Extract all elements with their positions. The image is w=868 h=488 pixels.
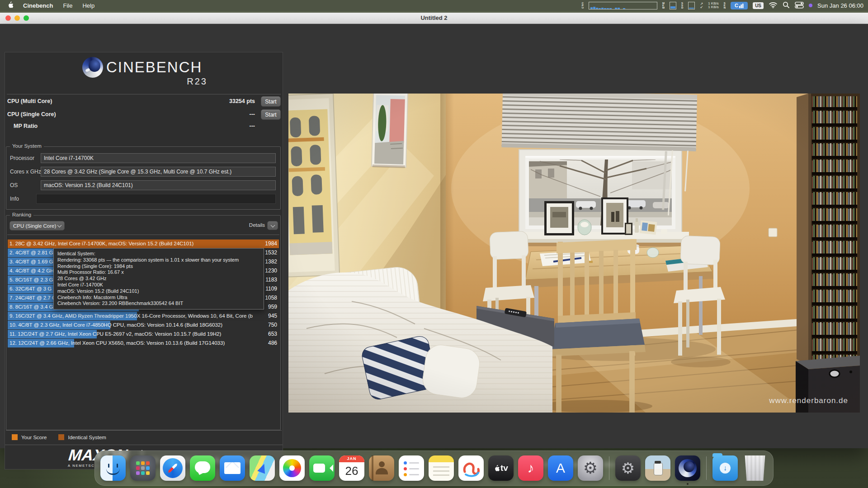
os-field[interactable]: macOS: Version 15.2 (Build 24C101) (41, 180, 276, 190)
ranking-row-label: 3. 4C/8T @ 1.69 G (9, 258, 253, 266)
your-score-label: Your Score (21, 435, 47, 440)
dock-launchpad-icon[interactable] (130, 455, 156, 481)
ranking-row-score: 959 (268, 303, 277, 311)
ranking-row[interactable]: 10. 4C/8T @ 2.3 GHz, Intel Core i7-4850H… (8, 321, 279, 329)
window-titlebar[interactable]: Untitled 2 (0, 13, 868, 24)
ranking-row-score: 750 (268, 321, 277, 329)
network-speed[interactable]: 1 KB/s1 KB/s (708, 2, 719, 9)
chevron-down-icon (270, 223, 275, 227)
ranking-group: Ranking CPU (Single Core) Details 1. 28C… (6, 215, 281, 430)
dock-render-app-icon[interactable] (645, 455, 670, 481)
menu-app-name[interactable]: Cinebench (23, 2, 53, 9)
dock-cinebench-icon[interactable] (675, 455, 700, 481)
dock-facetime-icon[interactable] (309, 455, 335, 481)
start-button-singlecore[interactable]: Start (261, 109, 281, 120)
cinema4d-logo-icon (82, 57, 103, 78)
dock: JAN26 tv ↓ (94, 450, 774, 486)
input-source-badge[interactable]: US (753, 2, 764, 9)
processor-label: Processor (10, 155, 34, 161)
render-scene (288, 94, 860, 413)
score-label-singlecore: CPU (Single Core) (7, 111, 56, 117)
control-center-icon[interactable] (795, 1, 804, 10)
network-arrows-icon: ↗↙ (700, 2, 703, 9)
ranking-row-score: 945 (268, 312, 277, 320)
ranking-legend: Your Score Identical System (12, 434, 106, 440)
ssd-usage-bar[interactable] (688, 2, 695, 9)
dock-appstore-icon[interactable] (548, 455, 573, 481)
ranking-row-fragment: ssi (252, 285, 258, 293)
cpu-history-graph[interactable] (589, 2, 657, 9)
ranking-row-label: 7. 24C/48T @ 2.7 G (9, 294, 253, 302)
identical-system-label: Identical System (68, 435, 106, 440)
cinebench-window: CINEBENCH R23 CPU (Multi Core) 33254 pts… (0, 24, 868, 448)
sensor-stat-label: SEN (724, 2, 726, 9)
ranking-row-label: 6. 32C/64T @ 3 G (9, 285, 253, 293)
dock-appletv-icon[interactable]: tv (488, 455, 514, 481)
brand-version: R23 (106, 76, 208, 87)
dock-mail-icon[interactable] (220, 455, 245, 481)
dock-downloads-icon[interactable]: ↓ (712, 455, 738, 481)
spotlight-search-icon[interactable] (783, 1, 790, 10)
score-value-mpratio: --- (174, 123, 255, 129)
ranking-row[interactable]: 6. 32C/64T @ 3 Gssi1109 (8, 285, 279, 293)
dock-utility-app-icon[interactable] (615, 455, 641, 481)
info-field[interactable] (36, 194, 276, 204)
ranking-row-label: 2. 4C/8T @ 2.81 GH (9, 249, 253, 257)
dock-trash-icon[interactable] (742, 455, 768, 481)
cores-field[interactable]: 28 Cores @ 3.42 GHz (Single Core @ 15.3 … (41, 167, 276, 177)
dock-photos-icon[interactable] (279, 455, 305, 481)
dock-freeform-icon[interactable] (458, 455, 484, 481)
left-panel: CINEBENCH R23 CPU (Multi Core) 33254 pts… (5, 52, 283, 469)
apple-menu-icon[interactable] (7, 1, 13, 10)
ranking-row-score: 1230 (265, 267, 277, 275)
ranking-row[interactable]: 1. 28C @ 3.42 GHz, Intel Core i7-14700K,… (8, 239, 279, 248)
dock-notes-icon[interactable] (429, 455, 454, 481)
chevron-down-icon (57, 223, 62, 227)
ranking-row-label: 4. 4C/8T @ 4.2 GH (9, 267, 253, 275)
dock-settings-icon[interactable] (578, 455, 603, 481)
menu-clock[interactable]: Sun Jan 26 06:00 (817, 2, 863, 9)
mem-usage-bar[interactable] (670, 2, 676, 9)
dock-reminders-icon[interactable] (399, 455, 424, 481)
ranking-row[interactable]: 7. 24C/48T @ 2.7 G1058 (8, 294, 279, 302)
dock-contacts-icon[interactable] (369, 455, 394, 481)
ranking-row[interactable]: 5. 8C/16T @ 2.3 G1183 (8, 276, 279, 284)
brand-title: CINEBENCH (106, 59, 202, 76)
ranking-row[interactable]: 12. 12C/24T @ 2.66 GHz, Intel Xeon CPU X… (8, 339, 279, 347)
cpu-stat-label: CPU (582, 2, 584, 9)
ranking-row-label: 12. 12C/24T @ 2.66 GHz, Intel Xeon CPU X… (9, 339, 253, 347)
menu-bar: Cinebench File Help CPU MEM SSD ↗↙ 1 KB/… (0, 0, 868, 11)
dock-messages-icon[interactable] (190, 455, 215, 481)
dock-calendar-icon[interactable]: JAN26 (339, 455, 364, 481)
processor-field[interactable]: Intel Core i7-14700K (41, 153, 276, 163)
ranking-row-fragment: ilc (253, 258, 258, 266)
score-value-singlecore: --- (174, 111, 255, 117)
ranking-row-score: 1109 (265, 285, 277, 293)
ranking-row-label: 9. 16C/32T @ 3.4 GHz, AMD Ryzen Threadri… (9, 312, 253, 320)
wifi-icon[interactable] (769, 1, 778, 10)
dock-separator (609, 456, 609, 480)
menu-file[interactable]: File (63, 2, 72, 9)
ranking-row[interactable]: 8. 8C/16T @ 3.4 Gon959 (8, 303, 279, 311)
dock-finder-icon[interactable] (100, 455, 126, 481)
menu-help[interactable]: Help (82, 2, 94, 9)
ranking-row[interactable]: 11. 12C/24T @ 2.7 GHz, Intel Xeon CPU E5… (8, 330, 279, 338)
istat-app-icon[interactable]: C (731, 2, 748, 9)
score-label-mpratio: MP Ratio (14, 123, 38, 129)
identical-system-swatch (58, 434, 64, 440)
cores-label: Cores x GHz (10, 169, 41, 175)
your-score-swatch (12, 434, 18, 440)
dock-maps-icon[interactable] (250, 455, 275, 481)
details-label: Details (249, 222, 265, 228)
dock-music-icon[interactable] (518, 455, 543, 481)
start-button-multicore[interactable]: Start (261, 96, 281, 107)
dock-safari-icon[interactable] (160, 455, 185, 481)
details-button[interactable] (267, 221, 278, 230)
ranking-row[interactable]: 9. 16C/32T @ 3.4 GHz, AMD Ryzen Threadri… (8, 312, 279, 320)
status-dot (809, 4, 812, 7)
ranking-filter-dropdown[interactable]: CPU (Single Core) (9, 221, 65, 230)
ranking-row[interactable]: 4. 4C/8T @ 4.2 GH1230 (8, 267, 279, 275)
ranking-row-score: 1183 (265, 276, 277, 284)
ranking-row[interactable]: 2. 4C/8T @ 2.81 GHuil1532 (8, 249, 279, 257)
ranking-row[interactable]: 3. 4C/8T @ 1.69 Gilc1382 (8, 258, 279, 266)
